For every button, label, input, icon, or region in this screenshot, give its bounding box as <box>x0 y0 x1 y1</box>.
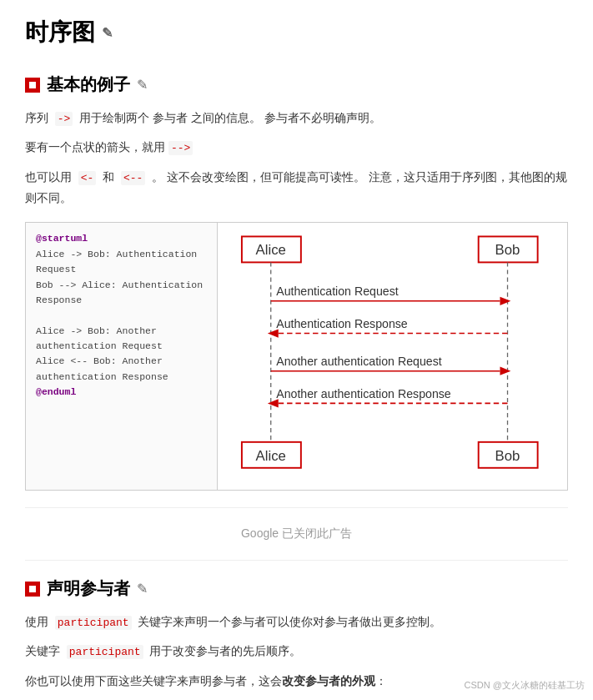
section2-header: 声明参与者 ✎ <box>25 577 568 600</box>
svg-marker-9 <box>500 297 510 305</box>
code-panel: @startuml Alice -> Bob: Authentication R… <box>26 223 218 490</box>
diagram1-container: @startuml Alice -> Bob: Authentication R… <box>25 222 568 491</box>
svg-marker-18 <box>268 400 279 408</box>
section2-para2: 关键字 participant 用于改变参与者的先后顺序。 <box>25 641 568 662</box>
section2-icon <box>25 582 40 597</box>
svg-rect-0 <box>29 82 36 88</box>
section2-title: 声明参与者 <box>47 577 130 600</box>
svg-text:Another authentication Request: Another authentication Request <box>276 355 442 369</box>
section2-edit-icon[interactable]: ✎ <box>137 581 148 597</box>
svg-text:Alice: Alice <box>256 243 286 259</box>
sequence-svg: Alice Bob Authentication Request Authent… <box>231 231 554 479</box>
section1-para2: 要有一个点状的箭头，就用 --> <box>25 137 568 158</box>
svg-text:Another authentication Respons: Another authentication Response <box>276 387 451 400</box>
section1-para3: 也可以用 <- 和 <-- 。 这不会改变绘图，但可能提高可读性。 注意，这只适… <box>25 167 568 209</box>
seq-panel: Alice Bob Authentication Request Authent… <box>218 223 567 490</box>
title-text: 时序图 <box>25 17 95 48</box>
title-edit-icon[interactable]: ✎ <box>102 25 113 41</box>
section1-header: 基本的例子 ✎ <box>25 73 568 96</box>
svg-text:Authentication Response: Authentication Response <box>276 317 408 330</box>
section1-edit-icon[interactable]: ✎ <box>137 77 148 93</box>
svg-text:Bob: Bob <box>495 448 520 464</box>
section1-title: 基本的例子 <box>47 73 130 96</box>
svg-text:Authentication Request: Authentication Request <box>276 285 399 299</box>
svg-rect-23 <box>29 586 36 592</box>
ad-text: Google 已关闭此广告 <box>241 526 352 540</box>
section1-icon <box>25 78 40 93</box>
svg-text:Alice: Alice <box>256 448 286 464</box>
ad-banner: Google 已关闭此广告 <box>25 507 568 561</box>
page-title: 时序图 ✎ <box>25 17 568 48</box>
svg-marker-12 <box>268 330 279 338</box>
section2-para1: 使用 participant 关键字来声明一个参与者可以使你对参与者做出更多控制… <box>25 612 568 632</box>
section1-para1: 序列 -> 用于绘制两个 参与者 之间的信息。 参与者不必明确声明。 <box>25 108 568 128</box>
svg-marker-15 <box>500 367 510 375</box>
watermark: CSDN @文火冰糖的硅基工坊 <box>465 679 585 692</box>
svg-text:Bob: Bob <box>495 243 520 259</box>
